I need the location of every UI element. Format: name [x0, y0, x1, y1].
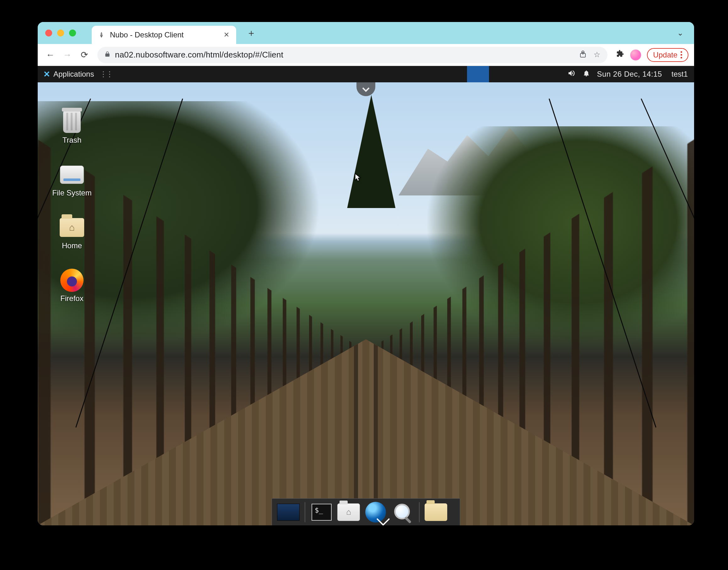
panel-handle-icon: ⋮⋮ [100, 70, 112, 78]
profile-avatar[interactable] [630, 49, 641, 61]
drive-icon [60, 164, 84, 186]
file-manager-icon: ⌂ [337, 503, 360, 521]
reload-button[interactable]: ⟳ [77, 48, 91, 62]
tab-title: Nubo - Desktop Client [110, 30, 218, 39]
window-controls [45, 30, 76, 36]
kebab-icon [681, 51, 682, 58]
globe-icon [365, 502, 386, 523]
back-button[interactable]: ← [43, 48, 57, 62]
dock-show-desktop[interactable] [276, 501, 300, 523]
browser-tab[interactable]: Nubo - Desktop Client ✕ [92, 26, 236, 44]
tabs-dropdown-button[interactable]: ⌄ [674, 25, 687, 40]
notifications-icon[interactable] [583, 69, 590, 79]
bookmark-star-icon[interactable]: ☆ [594, 50, 601, 60]
terminal-icon [311, 504, 331, 521]
linux-top-panel: ✕ Applications ⋮⋮ Sun 26 Dec, 14:15 test… [38, 66, 694, 82]
bottom-dock: ⌂ [272, 498, 460, 525]
user-menu[interactable]: test1 [669, 70, 688, 78]
dock-terminal[interactable] [310, 501, 333, 523]
applications-label: Applications [53, 70, 94, 78]
url-text: na02.nubosoftware.com/html/desktop/#/Cli… [115, 50, 283, 60]
dock-separator [419, 502, 420, 522]
forward-button[interactable]: → [60, 48, 74, 62]
applications-menu[interactable]: ✕ Applications ⋮⋮ [41, 68, 115, 80]
browser-window: Nubo - Desktop Client ✕ ＋ ⌄ ← → ⟳ na02.n… [38, 22, 694, 525]
desktop-icon-home[interactable]: ⌂ Home [48, 216, 95, 250]
chevron-down-icon [360, 84, 371, 94]
remote-desktop-viewport[interactable]: ✕ Applications ⋮⋮ Sun 26 Dec, 14:15 test… [38, 66, 694, 525]
trash-icon [60, 110, 84, 133]
extensions-icon[interactable] [616, 50, 624, 60]
favicon-icon [97, 31, 105, 39]
desktop-icon-firefox[interactable]: Firefox [48, 269, 95, 303]
desktop-icons: Trash File System ⌂ Home Firefox [48, 110, 95, 303]
dock-app-finder[interactable] [391, 501, 415, 523]
dock-separator [305, 502, 305, 522]
share-icon[interactable] [579, 50, 587, 60]
update-label: Update [653, 51, 677, 59]
desktop-icon-label: Home [62, 241, 82, 250]
dock-web-browser[interactable] [364, 501, 388, 523]
show-desktop-icon [277, 504, 299, 521]
folder-icon [425, 503, 447, 521]
desktop-icon-filesystem[interactable]: File System [48, 164, 95, 197]
desktop-icon-label: File System [52, 189, 91, 197]
dock-file-manager[interactable]: ⌂ [337, 501, 360, 523]
dock-user-folder[interactable] [424, 501, 448, 523]
system-tray: Sun 26 Dec, 14:15 test1 [568, 69, 691, 79]
taskbar [119, 66, 567, 82]
address-bar[interactable]: na02.nubosoftware.com/html/desktop/#/Cli… [97, 47, 607, 63]
firefox-icon [60, 269, 84, 292]
desktop-icon-label: Firefox [60, 294, 83, 303]
desktop-icon-trash[interactable]: Trash [48, 110, 95, 145]
home-folder-icon: ⌂ [60, 216, 84, 239]
close-tab-button[interactable]: ✕ [222, 30, 230, 40]
magnifier-icon [393, 503, 413, 522]
active-task-indicator[interactable] [467, 66, 489, 82]
xfce-logo-icon: ✕ [43, 69, 50, 79]
new-tab-button[interactable]: ＋ [245, 27, 257, 39]
desktop-wallpaper[interactable]: Trash File System ⌂ Home Firefox [38, 82, 694, 525]
update-button[interactable]: Update [647, 48, 688, 62]
minimize-window-button[interactable] [57, 30, 64, 36]
chrome-toolbar: ← → ⟳ na02.nubosoftware.com/html/desktop… [38, 44, 694, 66]
close-window-button[interactable] [45, 30, 52, 36]
lock-icon [104, 51, 110, 59]
volume-icon[interactable] [568, 69, 576, 79]
chrome-tab-bar: Nubo - Desktop Client ✕ ＋ ⌄ [38, 22, 694, 44]
desktop-icon-label: Trash [62, 136, 81, 145]
maximize-window-button[interactable] [69, 30, 76, 36]
clock[interactable]: Sun 26 Dec, 14:15 [597, 70, 662, 78]
